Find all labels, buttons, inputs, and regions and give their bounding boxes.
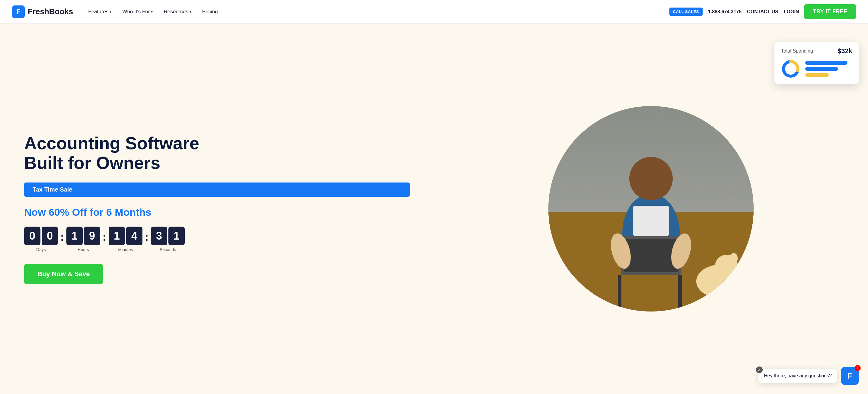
svg-rect-9	[678, 275, 682, 311]
chat-notification-badge: 1	[855, 365, 861, 371]
hero-photo-svg	[548, 106, 754, 311]
days-digit-0: 0	[24, 227, 40, 245]
bar-row-1	[805, 61, 847, 65]
call-sales-badge[interactable]: CALL SALES	[670, 7, 703, 16]
chevron-down-icon: ▾	[151, 10, 153, 14]
hero-left: Accounting Software Built for Owners Tax…	[0, 24, 434, 394]
promo-text: Now 60% Off for 6 Months	[24, 206, 410, 218]
navbar: F FreshBooks Features ▾ Who It's For ▾ R…	[0, 0, 868, 24]
minutes-label: Minutes	[118, 247, 133, 252]
minutes-digit-0: 1	[108, 227, 125, 245]
days-label: Days	[36, 247, 46, 252]
chat-close-button[interactable]: ✕	[756, 366, 763, 373]
countdown-days: 0 0 Days	[24, 227, 58, 252]
spending-visual	[781, 59, 852, 79]
logo-icon: F	[12, 5, 25, 18]
chevron-down-icon: ▾	[110, 10, 112, 14]
countdown-separator: :	[145, 231, 149, 252]
bar-charts	[805, 61, 852, 77]
countdown-seconds: 3 1 Seconds	[151, 227, 185, 252]
tax-sale-badge[interactable]: Tax Time Sale	[24, 182, 410, 197]
countdown-separator: :	[103, 231, 106, 252]
nav-item-features[interactable]: Features ▾	[84, 6, 116, 17]
minutes-digit-1: 4	[126, 227, 143, 245]
countdown-timer: 0 0 Days : 1 9 Hours : 1 4	[24, 227, 410, 252]
hero-title: Accounting Software Built for Owners	[24, 134, 410, 173]
seconds-label: Seconds	[160, 247, 176, 252]
hours-label: Hours	[78, 247, 89, 252]
buy-now-button[interactable]: Buy Now & Save	[24, 264, 103, 284]
hours-digit-1: 9	[84, 227, 100, 245]
chevron-down-icon: ▾	[189, 10, 191, 14]
login-link[interactable]: LOGIN	[784, 9, 799, 15]
nav-item-pricing[interactable]: Pricing	[198, 6, 222, 17]
seconds-digit-1: 1	[168, 227, 185, 245]
countdown-hours: 1 9 Hours	[66, 227, 100, 252]
contact-us-link[interactable]: CONTACT US	[747, 9, 778, 15]
spending-card-header: Total Spending $32k	[781, 47, 852, 55]
chat-bubble: Hey there, have any questions?	[758, 369, 837, 383]
try-free-button[interactable]: TRY IT FREE	[804, 4, 856, 19]
hours-digit-0: 1	[66, 227, 83, 245]
svg-point-4	[629, 157, 673, 200]
spending-title: Total Spending	[781, 48, 813, 54]
donut-chart	[781, 59, 800, 79]
nav-links: Features ▾ Who It's For ▾ Resources ▾ Pr…	[84, 6, 669, 17]
chat-avatar-button[interactable]: F 1	[841, 367, 859, 385]
brand-name: FreshBooks	[28, 7, 73, 16]
hero-section: Accounting Software Built for Owners Tax…	[0, 24, 868, 394]
countdown-minutes: 1 4 Minutes	[108, 227, 143, 252]
logo-link[interactable]: F FreshBooks	[12, 5, 73, 18]
nav-item-who-its-for[interactable]: Who It's For ▾	[118, 6, 157, 17]
hero-right: Total Spending $32k	[434, 24, 868, 394]
countdown-separator: :	[60, 231, 64, 252]
nav-right: CALL SALES 1.888.674.3175 CONTACT US LOG…	[670, 4, 856, 19]
nav-item-resources[interactable]: Resources ▾	[159, 6, 195, 17]
spending-amount: $32k	[838, 47, 852, 55]
chat-widget: ✕ Hey there, have any questions? F 1	[758, 367, 859, 385]
bar-row-2	[805, 67, 838, 71]
phone-number[interactable]: 1.888.674.3175	[708, 9, 742, 15]
svg-rect-5	[633, 206, 669, 236]
svg-rect-8	[618, 275, 621, 311]
chat-bubble-container: ✕ Hey there, have any questions?	[758, 369, 837, 383]
seconds-digit-0: 3	[151, 227, 167, 245]
hero-photo-circle	[548, 106, 754, 311]
svg-rect-7	[624, 239, 678, 272]
days-digit-1: 0	[42, 227, 58, 245]
bar-row-3	[805, 73, 829, 77]
spending-card: Total Spending $32k	[774, 42, 859, 84]
